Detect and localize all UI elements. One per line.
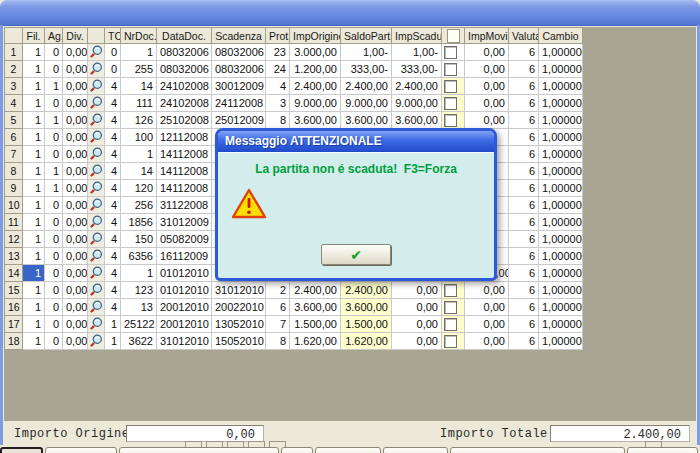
cell-cambio[interactable]: 1,000000	[539, 316, 583, 333]
magnifier-icon[interactable]	[90, 249, 103, 262]
cell-valuta[interactable]: 6	[509, 146, 539, 163]
row-number[interactable]: 17	[5, 316, 23, 333]
magnifier-icon[interactable]	[90, 181, 103, 194]
cell-datadoc[interactable]: 25102008	[157, 112, 212, 129]
cell-magnifier[interactable]	[88, 95, 105, 112]
row-checkbox[interactable]	[444, 46, 457, 59]
cell-nrdoc[interactable]: 255	[121, 61, 157, 78]
toolbar-button-partial[interactable]	[315, 447, 381, 453]
cell-valuta[interactable]: 6	[509, 95, 539, 112]
cell-fil[interactable]: 1	[23, 146, 45, 163]
cell-tc[interactable]: 4	[105, 248, 121, 265]
cell-tc[interactable]: 4	[105, 78, 121, 95]
cell-magnifier[interactable]	[88, 282, 105, 299]
importo-origine-field[interactable]: 0,00	[126, 425, 264, 442]
cell-div[interactable]: 0,00	[63, 78, 88, 95]
cell-datadoc[interactable]: 14112008	[157, 146, 212, 163]
row-number[interactable]: 5	[5, 112, 23, 129]
cell-tc[interactable]: 4	[105, 129, 121, 146]
cell-magnifier[interactable]	[88, 163, 105, 180]
cell-datadoc[interactable]: 16112009	[157, 248, 212, 265]
cell-imporigine[interactable]: 9.000,00	[290, 95, 341, 112]
cell-valuta[interactable]: 6	[509, 333, 539, 350]
cell-chk[interactable]	[442, 61, 465, 78]
magnifier-icon[interactable]	[90, 198, 103, 211]
row-checkbox[interactable]	[444, 97, 457, 110]
cell-fil[interactable]: 1	[23, 333, 45, 350]
cell-imporigine[interactable]: 1.200,00	[290, 61, 341, 78]
cell-tc[interactable]: 0	[105, 44, 121, 61]
cell-valuta[interactable]: 6	[509, 129, 539, 146]
magnifier-icon[interactable]	[90, 130, 103, 143]
cell-nrdoc[interactable]: 13	[121, 299, 157, 316]
cell-tc[interactable]: 4	[105, 197, 121, 214]
cell-nrdoc[interactable]: 1	[121, 44, 157, 61]
row-number[interactable]: 1	[5, 44, 23, 61]
cell-magnifier[interactable]	[88, 180, 105, 197]
cell-cambio[interactable]: 1,000000	[539, 214, 583, 231]
magnifier-icon[interactable]	[90, 164, 103, 177]
row-checkbox[interactable]	[444, 318, 457, 331]
cell-prot[interactable]: 3	[266, 95, 290, 112]
cell-datadoc[interactable]: 08032006	[157, 61, 212, 78]
toolbar-button-partial[interactable]	[383, 447, 448, 453]
row-checkbox[interactable]	[444, 63, 457, 76]
cell-div[interactable]: 0,00	[63, 61, 88, 78]
cell-nrdoc[interactable]: 1856	[121, 214, 157, 231]
cell-fil[interactable]: 1	[23, 214, 45, 231]
cell-nrdoc[interactable]: 126	[121, 112, 157, 129]
cell-chk[interactable]	[442, 316, 465, 333]
col-header-tc[interactable]: TC	[105, 28, 121, 44]
cell-div[interactable]: 0,00	[63, 231, 88, 248]
cell-imporigine[interactable]: 2.400,00	[290, 78, 341, 95]
cell-imporigine[interactable]: 1.500,00	[290, 316, 341, 333]
cell-nrdoc[interactable]: 25122	[121, 316, 157, 333]
row-number[interactable]: 18	[5, 333, 23, 350]
cell-nrdoc[interactable]: 111	[121, 95, 157, 112]
magnifier-icon[interactable]	[90, 79, 103, 92]
cell-cambio[interactable]: 1,000000	[539, 112, 583, 129]
magnifier-icon[interactable]	[90, 283, 103, 296]
cell-saldopart[interactable]: 1,00-	[341, 44, 392, 61]
col-header-fil[interactable]: Fil.	[23, 28, 45, 44]
cell-impscaduto[interactable]: 0,00	[392, 282, 442, 299]
cell-tc[interactable]: 4	[105, 163, 121, 180]
cell-div[interactable]: 0,00	[63, 44, 88, 61]
cell-prot[interactable]: 2	[266, 282, 290, 299]
cell-imporigine[interactable]: 3.600,00	[290, 299, 341, 316]
row-number[interactable]: 15	[5, 282, 23, 299]
cell-fil[interactable]: 1	[23, 282, 45, 299]
cell-valuta[interactable]: 6	[509, 316, 539, 333]
cell-scadenza[interactable]: 08032006	[212, 61, 266, 78]
col-header-rownum[interactable]	[5, 28, 23, 44]
toolbar-button-partial[interactable]	[450, 447, 625, 453]
col-header-lens[interactable]	[88, 28, 105, 44]
cell-prot[interactable]: 8	[266, 112, 290, 129]
cell-magnifier[interactable]	[88, 129, 105, 146]
toolbar-button-partial[interactable]	[45, 447, 117, 453]
toolbar-button-partial[interactable]	[627, 447, 698, 453]
row-number[interactable]: 9	[5, 180, 23, 197]
row-number[interactable]: 11	[5, 214, 23, 231]
cell-div[interactable]: 0,00	[63, 316, 88, 333]
cell-ag[interactable]: 0	[45, 316, 63, 333]
col-header-imporigine[interactable]: ImpOrigine	[290, 28, 341, 44]
row-number[interactable]: 16	[5, 299, 23, 316]
cell-tc[interactable]: 4	[105, 95, 121, 112]
cell-scadenza[interactable]: 20022010	[212, 299, 266, 316]
cell-ag[interactable]: 1	[45, 112, 63, 129]
cell-impmovim[interactable]: 0,00	[465, 333, 509, 350]
cell-impmovim[interactable]: 0,00	[465, 61, 509, 78]
cell-ag[interactable]: 0	[45, 129, 63, 146]
window-titlebar[interactable]	[0, 0, 700, 26]
cell-scadenza[interactable]: 13052010	[212, 316, 266, 333]
cell-cambio[interactable]: 1,000000	[539, 248, 583, 265]
col-header-saldopart[interactable]: SaldoPart.	[341, 28, 392, 44]
cell-fil[interactable]: 1	[23, 248, 45, 265]
col-header-div[interactable]: Div.	[63, 28, 88, 44]
cell-prot[interactable]: 4	[266, 78, 290, 95]
cell-chk[interactable]	[442, 333, 465, 350]
cell-saldopart[interactable]: 1.500,00	[341, 316, 392, 333]
cell-valuta[interactable]: 6	[509, 78, 539, 95]
cell-magnifier[interactable]	[88, 299, 105, 316]
